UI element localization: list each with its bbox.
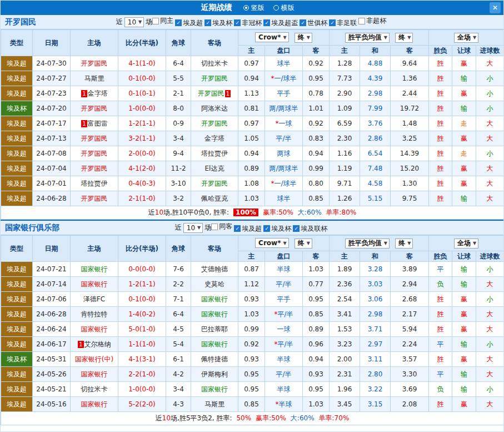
checkbox-checked-icon: ✓ (263, 225, 270, 232)
home-team-cell: 国家银行 (71, 322, 118, 337)
score-cell: 4-1(2-0) (118, 161, 166, 176)
col-score: 比分(半场) (118, 30, 166, 56)
handicap-result-cell: 输 (452, 382, 476, 397)
select-value: Crow* (258, 239, 281, 247)
handicap-result-cell: 赢 (452, 161, 476, 176)
result-cell: 胜 (429, 71, 452, 86)
recent-count-select[interactable]: 10▼ (183, 223, 203, 233)
euro-odds-select[interactable]: 胜平负均值▼ (345, 239, 390, 249)
home-team-cell: 开罗国民 (71, 101, 118, 116)
euro-away-odds-cell: 2.17 (391, 307, 429, 322)
asian-away-odds-cell: 0.92 (303, 116, 330, 131)
asian-home-odds-cell: 0.97 (238, 116, 265, 131)
team-name: 马斯里 (204, 400, 224, 408)
select-value: 终 (298, 33, 305, 42)
euro-draw-odds-cell: 2.80 (360, 367, 391, 382)
team-name: El达克 (205, 165, 224, 172)
asian-away-odds-cell: 0.83 (303, 131, 330, 146)
filter-option[interactable]: ✓非足联 (329, 18, 357, 28)
footer-segment: 赢率:50% (256, 414, 286, 422)
asian-line-cell: *平/半 (265, 307, 303, 322)
away-team-cell: 国家银行 (191, 292, 238, 307)
bookmaker-select[interactable]: Crow*▼ (255, 238, 289, 248)
asian-final-select[interactable]: 终▼ (295, 239, 312, 249)
euro-draw-odds-cell: 6.54 (360, 146, 391, 161)
section-filters: 近 10▼ 场 同主✓埃及超✓埃及杯✓非冠杯✓埃及超盃✓世俱杯✓非足联非超杯 (116, 16, 388, 28)
filter-option[interactable]: ✓埃及超 (175, 18, 203, 28)
euro-away-odds-cell: 3.57 (391, 352, 429, 367)
filter-option[interactable]: ✓埃及超盃 (263, 18, 298, 28)
team-name: 开罗国民 (201, 180, 228, 187)
score-cell: 1-2(1-1) (118, 116, 166, 131)
view-mode-option[interactable]: 横版 (273, 3, 295, 13)
col-goals: 进球数 (476, 251, 504, 262)
euro-away-odds-cell: 9.75 (391, 191, 429, 206)
goals-result-cell: 小 (476, 262, 504, 277)
recent-count-select[interactable]: 10▼ (124, 17, 144, 27)
checkbox-checked-icon: ✓ (329, 19, 336, 26)
close-icon[interactable]: ✕ (490, 2, 501, 13)
filter-option[interactable]: 同客 (211, 222, 232, 231)
filter-option[interactable]: ✓世俱杯 (300, 18, 327, 28)
filter-option[interactable]: 同主 (152, 16, 173, 26)
team-name: 开罗国民 (81, 195, 108, 202)
filter-option[interactable]: 非超杯 (358, 16, 386, 26)
asian-home-odds-cell: 0.97 (238, 56, 265, 71)
section-title: 开罗国民 (5, 17, 36, 27)
result-cell: 胜 (429, 322, 452, 337)
euro-draw-odds-cell: 2.98 (360, 307, 391, 322)
euro-away-odds-cell: 3.69 (391, 382, 429, 397)
scope-select[interactable]: 全场▼ (454, 239, 478, 249)
corner-cell: 7-1 (166, 292, 191, 307)
goals-result-cell: 大 (476, 277, 504, 292)
team-name: 开罗国民 (81, 165, 108, 172)
filter-option[interactable]: ✓埃及联杯 (293, 224, 327, 234)
handicap-result-cell: 赢 (452, 86, 476, 101)
result-cell: 胜 (429, 307, 452, 322)
goals-result-cell: 大 (476, 322, 504, 337)
filter-option[interactable]: ✓埃及超 (234, 224, 262, 234)
filter-option[interactable]: ✓埃及杯 (263, 224, 291, 234)
asian-odds-header: Crow*▼ 终▼ (238, 236, 330, 251)
checkbox-checked-icon: ✓ (293, 225, 300, 232)
score-cell: 5-0(1-0) (118, 322, 166, 337)
handicap-result-cell: 赢 (452, 397, 476, 412)
euro-odds-select[interactable]: 胜平负均值▼ (345, 33, 390, 43)
table-row: 埃及杯24-05-31国家银行(中)4-1(3-1)6-1佩特捷德0.93半球0… (1, 352, 504, 367)
league-cell: 埃及超 (1, 307, 33, 322)
filter-option[interactable]: ✓非冠杯 (234, 18, 262, 28)
handicap-result-cell: 输 (452, 367, 476, 382)
filter-option[interactable]: ✓埃及杯 (204, 18, 232, 28)
asian-final-select[interactable]: 终▼ (295, 33, 312, 43)
euro-draw-odds-cell: 3.28 (360, 262, 391, 277)
col-euro-away: 客 (391, 46, 429, 56)
euro-final-select[interactable]: 终▼ (395, 33, 413, 43)
scope-select[interactable]: 全场▼ (454, 33, 478, 43)
away-team-cell: 伊斯梅利 (191, 367, 238, 382)
table-row: 埃及超24-07-01塔拉贾伊0-4(0-3)3-10开罗国民1.08*一/球半… (1, 176, 504, 191)
filter-checkboxes: 同客✓埃及超✓埃及杯✓埃及联杯 (211, 222, 329, 234)
away-team-cell: 开罗国民 (191, 176, 238, 191)
asian-line-cell: 一球 (265, 322, 303, 337)
home-team-cell: 国家银行 (71, 262, 118, 277)
team-name: 开罗国民 (198, 90, 224, 97)
team-name: 国家银行(中) (75, 355, 113, 363)
league-cell: 埃及超 (1, 176, 33, 191)
view-mode-option[interactable]: 竖版 (243, 3, 265, 13)
euro-away-odds-cell: 5.94 (391, 322, 429, 337)
asian-away-odds-cell: 0.80 (303, 176, 330, 191)
team-name: 佩哈亚克 (201, 195, 228, 202)
date-cell: 24-05-31 (33, 352, 71, 367)
home-team-cell: 国家银行 (71, 277, 118, 292)
radio-icon (273, 5, 279, 11)
col-corner: 角球 (166, 30, 191, 56)
bookmaker-select[interactable]: Crow*▼ (255, 32, 289, 42)
col-home: 主场 (71, 30, 118, 56)
goals-result-cell: 小 (476, 146, 504, 161)
section-title: 国家银行俱乐部 (5, 223, 59, 233)
euro-draw-odds-cell: 4.39 (360, 71, 391, 86)
select-value: 胜平负均值 (348, 33, 382, 42)
checkbox-checked-icon: ✓ (234, 225, 241, 232)
footer-segment: 10 (155, 208, 163, 216)
euro-final-select[interactable]: 终▼ (395, 239, 413, 249)
